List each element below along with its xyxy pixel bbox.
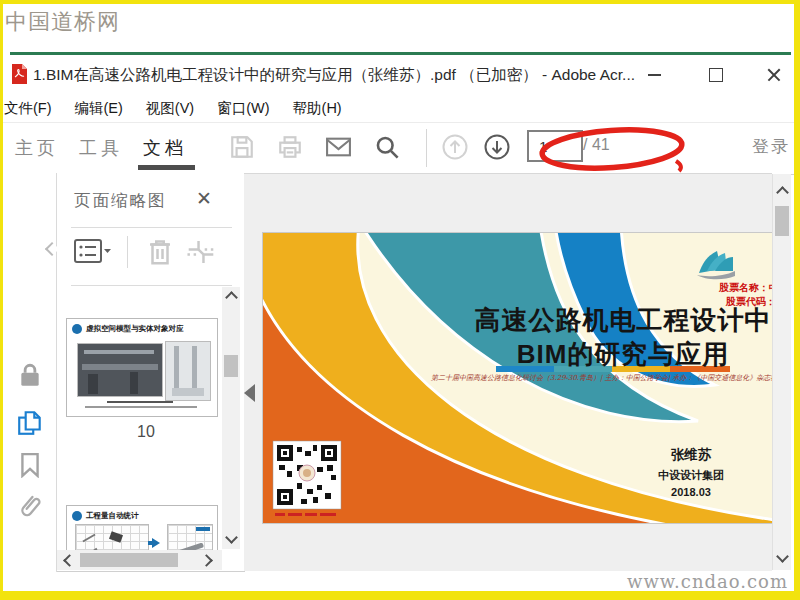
scroll-left-icon[interactable] (63, 554, 76, 567)
thumbnail-options-icon[interactable] (73, 237, 111, 269)
bookmarks-icon (18, 452, 42, 482)
panel-horizontal-scrollbar[interactable] (57, 550, 222, 570)
frame-border-top (0, 0, 800, 4)
slide-subtitle: 第二十届中国高速公路信息化研讨会（3.29-30.青岛）| 主办：中国公路学会|… (431, 373, 774, 383)
sign-in-link[interactable]: 登录 (752, 135, 790, 158)
thumbnail-image (75, 524, 149, 551)
minimize-button[interactable] (631, 58, 677, 92)
main-toolbar: 主页 工具 文档 / 41 登录 (3, 122, 795, 175)
frame-border-right (794, 0, 800, 600)
document-scrollbar-thumb[interactable] (775, 206, 789, 236)
minimize-icon (648, 74, 661, 76)
page-down-icon[interactable] (483, 133, 511, 165)
maximize-button[interactable] (693, 58, 739, 92)
close-button[interactable] (751, 58, 797, 92)
pdf-file-icon (11, 64, 27, 88)
window-title: 1.BIM在高速公路机电工程设计中的研究与应用（张维苏）.pdf （已加密） -… (33, 65, 635, 86)
qr-caption-marks (275, 513, 336, 516)
qr-code (273, 441, 341, 515)
maximize-icon (709, 68, 723, 82)
page-number-input[interactable] (527, 130, 583, 162)
scrollbar-corner (222, 550, 243, 570)
author-name: 张维苏 (641, 446, 741, 464)
panel-scrollbar-thumb[interactable] (224, 355, 238, 377)
lock-icon (17, 362, 43, 392)
security-lock-button[interactable] (3, 355, 56, 399)
panel-title: 页面缩略图 (74, 190, 167, 212)
menu-item-help[interactable]: 帮助(H) (293, 99, 342, 118)
bookmarks-button[interactable] (3, 445, 56, 489)
insert-page-icon[interactable] (185, 237, 217, 271)
scroll-down-icon[interactable] (776, 550, 789, 563)
page-count-label: / 41 (583, 136, 610, 154)
active-tab-indicator (138, 165, 195, 170)
watermark-top: 中国道桥网 (5, 7, 120, 37)
thumbnail-page-label: 10 (137, 423, 155, 441)
panel-vertical-scrollbar[interactable] (222, 287, 240, 549)
document-vertical-scrollbar[interactable] (772, 174, 791, 570)
bullet-icon (72, 324, 82, 334)
panel-divider (71, 227, 232, 228)
menu-item-file[interactable]: 文件(F) (4, 99, 52, 118)
delete-page-icon[interactable] (145, 237, 175, 271)
tab-home[interactable]: 主页 (15, 136, 59, 160)
panel-collapse-handle[interactable] (244, 384, 255, 402)
scroll-down-icon[interactable] (225, 531, 238, 544)
window-titlebar: 1.BIM在高速公路机电工程设计中的研究与应用（张维苏）.pdf （已加密） -… (3, 55, 795, 95)
panel-close-icon[interactable]: ✕ (196, 187, 212, 210)
slide-title-line2: BIM的研究与应用 (368, 337, 774, 372)
close-icon (766, 67, 782, 83)
scroll-right-icon[interactable] (200, 554, 213, 567)
panel-divider (71, 285, 232, 286)
thumbnail-image (165, 341, 211, 401)
attachments-button[interactable] (3, 487, 56, 531)
stock-name-label: 股票名称：中设集团 (719, 281, 774, 295)
watermark-bottom: www.cndao.com (0, 571, 788, 592)
slide-date: 2018.03 (641, 486, 741, 498)
scroll-up-icon[interactable] (225, 291, 238, 304)
thumbnail-page-11[interactable]: 工程量自动统计 (66, 505, 218, 551)
page-up-icon[interactable] (441, 133, 469, 165)
print-icon[interactable] (277, 134, 303, 164)
thumbnail-page-10[interactable]: 虚拟空间模型与实体对象对应 (66, 318, 218, 417)
thumbnail-panel: 页面缩略图 ✕ 虚拟空间模型与实体对象对应 10 工程量自动统计 (57, 173, 245, 572)
slide-author-block: 张维苏 中设设计集团 2018.03 (641, 446, 741, 498)
pdf-page: 股票名称：中设集团 股票代码：603018 高速公路机电工程设计中 BIM的研究… (262, 232, 774, 524)
save-icon[interactable] (229, 134, 255, 164)
page-thumbnails-icon (16, 409, 44, 441)
bullet-icon (72, 511, 82, 521)
thumbnail-slide-title: 虚拟空间模型与实体对象对应 (86, 324, 184, 334)
panel-scrollbar-thumb[interactable] (80, 553, 178, 567)
tab-tools[interactable]: 工具 (79, 136, 123, 160)
company-name: 中设设计集团 (641, 468, 741, 483)
navigation-rail (3, 173, 57, 572)
thumbnail-image (167, 524, 213, 551)
thumbnail-image (77, 343, 163, 397)
frame-border-bottom (0, 591, 800, 600)
panel-toolbar-separator (127, 236, 128, 268)
slide-title-line1: 高速公路机电工程设计中 (368, 303, 774, 338)
email-icon[interactable] (325, 135, 352, 163)
scroll-up-icon[interactable] (776, 186, 789, 199)
frame-border-left (0, 0, 3, 600)
thumbnail-slide-title: 工程量自动统计 (86, 511, 139, 521)
menu-item-window[interactable]: 窗口(W) (217, 99, 269, 118)
menu-bar: 文件(F) 编辑(E) 视图(V) 窗口(W) 帮助(H) (3, 95, 795, 122)
paperclip-icon (16, 492, 44, 526)
search-icon[interactable] (374, 134, 401, 165)
menu-item-view[interactable]: 视图(V) (146, 99, 194, 118)
menu-item-edit[interactable]: 编辑(E) (75, 99, 123, 118)
tab-document[interactable]: 文档 (143, 136, 187, 160)
arrow-icon (152, 538, 160, 548)
page-thumbnails-button[interactable] (3, 403, 56, 447)
